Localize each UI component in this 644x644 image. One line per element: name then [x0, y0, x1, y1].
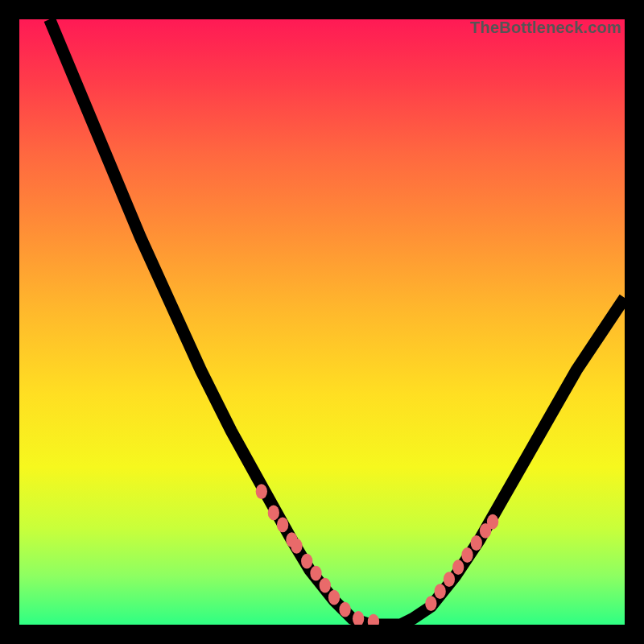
highlight-dot	[461, 547, 473, 563]
highlight-dot	[425, 596, 436, 611]
highlight-dot	[291, 539, 302, 554]
highlight-dot	[301, 554, 312, 569]
chart-svg	[19, 19, 625, 625]
highlight-dot	[452, 559, 464, 575]
plot-area: TheBottleneck.com	[19, 19, 625, 625]
bottleneck-curve	[50, 19, 625, 625]
highlight-dot	[487, 514, 498, 530]
highlight-dot	[368, 614, 379, 625]
highlight-dot	[277, 518, 288, 533]
highlight-dot	[444, 572, 455, 587]
highlight-dot	[434, 584, 445, 599]
highlight-dot	[471, 535, 482, 551]
highlight-dot	[256, 484, 267, 499]
highlight-dot	[339, 602, 350, 617]
highlight-dot	[268, 505, 279, 520]
chart-frame: TheBottleneck.com	[0, 0, 644, 644]
highlight-dot	[320, 578, 331, 593]
highlight-dot	[328, 590, 340, 605]
highlight-dots-right	[425, 514, 498, 611]
highlight-dot	[310, 566, 321, 581]
